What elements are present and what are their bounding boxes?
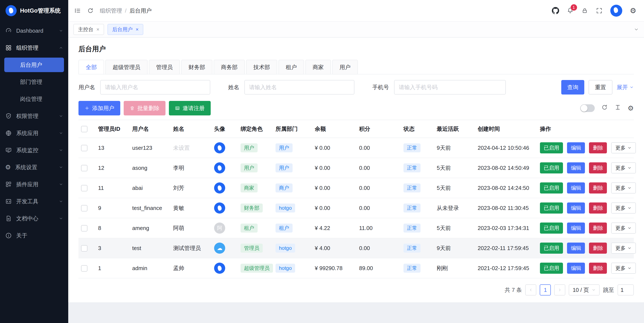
reload-page-button[interactable] [87,7,94,14]
close-icon[interactable]: × [96,27,99,33]
filter-tab-tenant[interactable]: 租户 [278,60,304,74]
filter-tab-business[interactable]: 商务部 [214,60,245,74]
more-button[interactable]: 更多 [611,243,636,254]
more-button[interactable]: 更多 [611,263,636,274]
add-user-button[interactable]: 添加用户 [78,101,120,115]
row-checkbox[interactable] [81,265,88,271]
jump-page-input[interactable] [618,284,634,295]
sidebar-item-system-apps[interactable]: 系统应用 [0,125,68,142]
enabled-button[interactable]: 已启用 [540,202,563,214]
edit-button[interactable]: 编辑 [567,243,585,254]
sidebar-item-dashboard[interactable]: Dashboard [0,22,68,39]
filter-tab-all[interactable]: 全部 [78,60,104,74]
lock-icon [581,7,588,14]
notifications-button[interactable]: 1 [567,7,574,14]
name-input[interactable] [244,80,354,95]
row-checkbox[interactable] [81,225,88,231]
edit-button[interactable]: 编辑 [567,202,585,214]
more-button[interactable]: 更多 [611,182,636,193]
delete-button[interactable]: 删除 [589,182,607,193]
username-input[interactable] [100,80,210,95]
tab-backend-users[interactable]: 后台用户 × [108,24,143,35]
expand-filters-link[interactable]: 展开 [617,84,634,91]
sidebar-item-departments[interactable]: 部门管理 [0,73,68,91]
sidebar-item-positions[interactable]: 岗位管理 [0,91,68,108]
sidebar-item-permissions[interactable]: 权限管理 [0,108,68,125]
refresh-table-button[interactable] [601,104,608,112]
more-button[interactable]: 更多 [611,202,636,214]
filter-tab-tech[interactable]: 技术部 [246,60,277,74]
sidebar-item-organization[interactable]: 组织管理 [0,39,68,56]
sidebar-item-backend-users[interactable]: 后台用户 [4,58,64,72]
enabled-button[interactable]: 已启用 [540,243,563,254]
edit-button[interactable]: 编辑 [567,142,585,153]
enabled-button[interactable]: 已启用 [540,162,563,173]
row-checkbox[interactable] [81,245,88,251]
dashboard-icon [5,27,12,34]
fullscreen-button[interactable] [596,7,603,14]
delete-button[interactable]: 删除 [589,263,607,274]
reset-button[interactable]: 重置 [588,80,612,95]
search-button[interactable]: 查询 [561,80,584,95]
breadcrumb-current[interactable]: 后台用户 [130,7,152,15]
delete-button[interactable]: 删除 [589,202,607,214]
sidebar-item-plugins[interactable]: 插件应用 [0,176,68,193]
row-checkbox[interactable] [81,145,88,151]
sidebar-item-docs[interactable]: 文档中心 [0,210,68,227]
filter-tab-super-admin[interactable]: 超级管理员 [105,60,148,74]
striped-toggle[interactable] [580,104,595,112]
edit-button[interactable]: 编辑 [567,263,585,274]
prev-page-button[interactable] [525,284,536,295]
filter-tab-admin[interactable]: 管理员 [149,60,180,74]
row-checkbox[interactable] [81,165,88,171]
settings-button[interactable]: ⚙ [630,7,636,14]
delete-button[interactable]: 删除 [589,162,607,173]
sidebar-item-system-settings[interactable]: ⚙ 系统设置 [0,159,68,176]
page-1-button[interactable]: 1 [540,284,551,295]
phone-input[interactable] [394,80,506,95]
sidebar-item-system-monitor[interactable]: 系统监控 [0,142,68,159]
select-all-checkbox[interactable] [81,126,88,132]
edit-button[interactable]: 编辑 [567,162,585,173]
more-button[interactable]: 更多 [611,142,636,153]
more-button[interactable]: 更多 [611,222,636,234]
github-button[interactable] [552,7,559,14]
breadcrumb-parent[interactable]: 组织管理 [100,7,122,15]
sidebar-item-about[interactable]: 关于 [0,227,68,244]
close-icon[interactable]: × [136,27,138,33]
row-checkbox[interactable] [81,185,88,191]
edit-button[interactable]: 编辑 [567,222,585,234]
filter-tab-user[interactable]: 用户 [332,60,358,74]
lock-screen-button[interactable] [581,7,588,14]
next-page-button[interactable] [554,284,565,295]
enabled-button[interactable]: 已启用 [540,182,563,193]
invite-register-button[interactable]: 邀请注册 [169,101,211,115]
filter-tab-merchant[interactable]: 商家 [305,60,331,74]
tab-console[interactable]: 主控台 × [73,24,104,35]
sidebar-item-label: Dashboard [16,28,43,34]
app-logo[interactable]: HotGo管理系统 [0,0,68,21]
tabs-menu-button[interactable] [634,27,639,32]
page-size-select[interactable]: 10 / 页 [569,284,600,295]
filter-tab-finance[interactable]: 财务部 [181,60,212,74]
sidebar-item-label: 系统设置 [15,164,37,171]
delete-button[interactable]: 删除 [589,222,607,234]
cell-name: 测试管理员 [170,238,212,258]
batch-delete-button[interactable]: 批量删除 [124,101,166,115]
collapse-sidebar-button[interactable] [74,7,81,14]
enabled-button[interactable]: 已启用 [540,142,563,153]
column-settings-button[interactable]: ⚙ [628,104,634,112]
delete-button[interactable]: 删除 [589,243,607,254]
enabled-button[interactable]: 已启用 [540,222,563,234]
grid-icon [5,44,12,51]
row-density-button[interactable] [614,104,621,112]
delete-button[interactable]: 删除 [589,142,607,153]
enabled-button[interactable]: 已启用 [540,263,563,274]
more-button[interactable]: 更多 [611,162,636,173]
edit-button[interactable]: 编辑 [567,182,585,193]
row-checkbox[interactable] [81,205,88,211]
sidebar-item-dev-tools[interactable]: 开发工具 [0,193,68,210]
cell-points: 0.00 [356,158,401,178]
user-avatar[interactable] [610,5,622,17]
chevron-down-icon [59,199,63,203]
